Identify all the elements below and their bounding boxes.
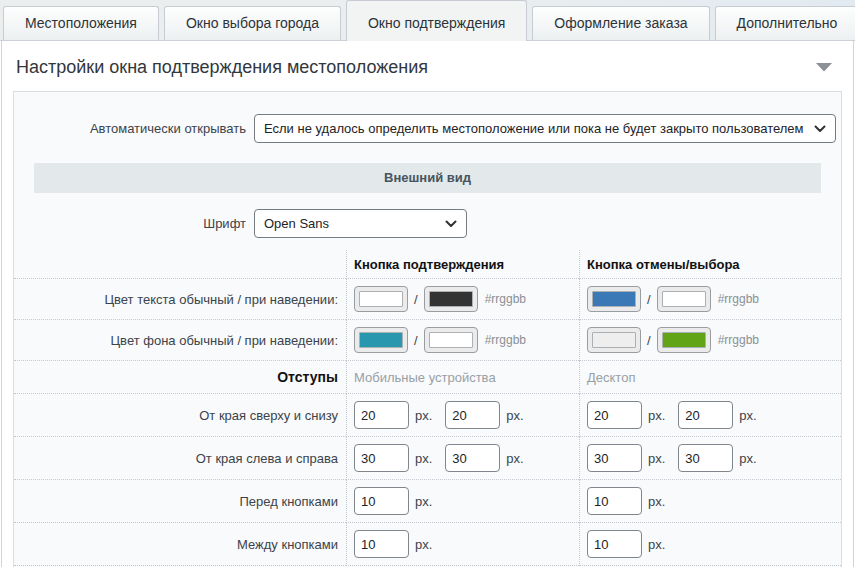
spacing-row-label: Между кнопками xyxy=(14,523,346,566)
hex-placeholder: #rrggbb xyxy=(485,292,526,306)
hex-placeholder: #rrggbb xyxy=(718,333,759,347)
color-swatch-button-normal-confirm[interactable] xyxy=(354,286,408,312)
spacing-row-desktop: px. xyxy=(579,523,841,566)
spacing-section-title: Отступы xyxy=(277,369,338,385)
font-selected-value: Open Sans xyxy=(264,216,329,231)
color-swatch-cancel xyxy=(662,332,706,348)
slash-separator: / xyxy=(647,333,651,348)
unit-label: px. xyxy=(415,408,432,423)
settings-content: Настройки окна подтверждения местоположе… xyxy=(1,41,854,567)
slash-separator: / xyxy=(414,292,418,307)
color-swatch-cancel xyxy=(662,291,706,307)
spacing-desktop-header: Десктоп xyxy=(579,361,841,394)
unit-label: px. xyxy=(648,408,665,423)
spacing-row-mobile: px.px. xyxy=(346,394,579,437)
color-swatch-button-normal-cancel[interactable] xyxy=(587,327,641,353)
spacing-row-desktop: px.px. xyxy=(579,437,841,480)
spacing-input-mobile[interactable] xyxy=(445,401,500,429)
spacing-row-desktop: px.px. xyxy=(579,394,841,437)
spacing-row-label: От края слева и справа xyxy=(14,437,346,480)
font-select[interactable]: Open Sans xyxy=(254,209,467,238)
color-row-cancel: /#rrggbb xyxy=(579,320,841,361)
chevron-down-icon xyxy=(816,58,832,75)
spacing-input-mobile[interactable] xyxy=(354,530,409,558)
unit-label: px. xyxy=(648,537,665,552)
mobile-devices-header: Мобильные устройства xyxy=(354,370,496,385)
spacing-section-label: Отступы xyxy=(14,361,346,394)
color-swatch-confirm xyxy=(429,332,473,348)
spacing-mobile-header: Мобильные устройства xyxy=(346,361,579,394)
unit-label: px. xyxy=(506,408,523,423)
color-row-cancel: /#rrggbb xyxy=(579,279,841,320)
unit-label: px. xyxy=(648,494,665,509)
desktop-header: Десктоп xyxy=(587,370,635,385)
tab-locations[interactable]: Местоположения xyxy=(3,6,159,40)
tab-bar: Местоположения Окно выбора города Окно п… xyxy=(0,0,855,41)
color-swatch-button-hover-confirm[interactable] xyxy=(424,286,478,312)
tab-city-select-window[interactable]: Окно выбора города xyxy=(164,6,341,40)
color-row-confirm: /#rrggbb xyxy=(346,320,579,361)
spacing-input-desktop[interactable] xyxy=(587,530,642,558)
unit-label: px. xyxy=(506,451,523,466)
spacing-row-label: От края сверху и снизу xyxy=(14,394,346,437)
column-header-confirm-button: Кнопка подтверждения xyxy=(346,250,579,279)
color-swatch-button-normal-confirm[interactable] xyxy=(354,327,408,353)
slash-separator: / xyxy=(414,333,418,348)
spacing-row-mobile: px. xyxy=(346,523,579,566)
spacing-input-desktop[interactable] xyxy=(678,444,733,472)
spacing-input-desktop[interactable] xyxy=(587,444,642,472)
tab-checkout[interactable]: Оформление заказа xyxy=(532,6,709,40)
unit-label: px. xyxy=(648,451,665,466)
color-row-label: Цвет текста обычный / при наведении: xyxy=(14,279,346,320)
color-swatch-cancel xyxy=(592,332,636,348)
slash-separator: / xyxy=(647,292,651,307)
hex-placeholder: #rrggbb xyxy=(485,333,526,347)
column-header-cancel-button: Кнопка отмены/выбора xyxy=(579,250,841,279)
hex-placeholder: #rrggbb xyxy=(718,292,759,306)
color-swatch-button-hover-confirm[interactable] xyxy=(424,327,478,353)
unit-label: px. xyxy=(415,451,432,466)
collapse-section-button[interactable] xyxy=(816,63,832,72)
spacing-input-mobile[interactable] xyxy=(354,401,409,429)
color-row-confirm: /#rrggbb xyxy=(346,279,579,320)
auto-open-label: Автоматически открывать xyxy=(14,121,246,136)
unit-label: px. xyxy=(415,494,432,509)
font-row: Шрифт Open Sans xyxy=(14,193,841,246)
color-swatch-confirm xyxy=(429,291,473,307)
color-swatch-cancel xyxy=(592,291,636,307)
spacing-input-desktop[interactable] xyxy=(678,401,733,429)
chevron-down-icon xyxy=(814,121,826,136)
section-header: Настройки окна подтверждения местоположе… xyxy=(13,41,842,91)
color-swatch-button-normal-cancel[interactable] xyxy=(587,286,641,312)
chevron-down-icon xyxy=(445,216,457,231)
auto-open-row: Автоматически открывать Если не удалось … xyxy=(14,92,841,153)
color-swatch-confirm xyxy=(359,332,403,348)
spacing-input-desktop[interactable] xyxy=(587,487,642,515)
unit-label: px. xyxy=(739,408,756,423)
color-row-label: Цвет фона обычный / при наведении: xyxy=(14,320,346,361)
unit-label: px. xyxy=(415,537,432,552)
tab-confirmation-window[interactable]: Окно подтверждения xyxy=(346,0,527,41)
spacing-row-label: Перед кнопками xyxy=(14,480,346,523)
settings-panel: Автоматически открывать Если не удалось … xyxy=(13,91,842,567)
spacing-input-mobile[interactable] xyxy=(354,444,409,472)
auto-open-selected-value: Если не удалось определить местоположени… xyxy=(264,121,804,136)
color-swatch-button-hover-cancel[interactable] xyxy=(657,327,711,353)
auto-open-select[interactable]: Если не удалось определить местоположени… xyxy=(254,114,836,143)
spacing-input-desktop[interactable] xyxy=(587,401,642,429)
column-header-spacer xyxy=(14,250,346,279)
spacing-row-desktop: px. xyxy=(579,480,841,523)
appearance-section-title: Внешний вид xyxy=(34,163,821,193)
spacing-row-mobile: px. xyxy=(346,480,579,523)
font-label: Шрифт xyxy=(14,216,246,231)
color-swatch-confirm xyxy=(359,291,403,307)
spacing-input-mobile[interactable] xyxy=(354,487,409,515)
tab-additional[interactable]: Дополнительно xyxy=(715,6,855,40)
spacing-input-mobile[interactable] xyxy=(445,444,500,472)
unit-label: px. xyxy=(739,451,756,466)
color-swatch-button-hover-cancel[interactable] xyxy=(657,286,711,312)
spacing-row-mobile: px.px. xyxy=(346,437,579,480)
appearance-settings-table: Кнопка подтверждения Кнопка отмены/выбор… xyxy=(14,250,841,566)
page-title: Настройки окна подтверждения местоположе… xyxy=(16,57,428,78)
